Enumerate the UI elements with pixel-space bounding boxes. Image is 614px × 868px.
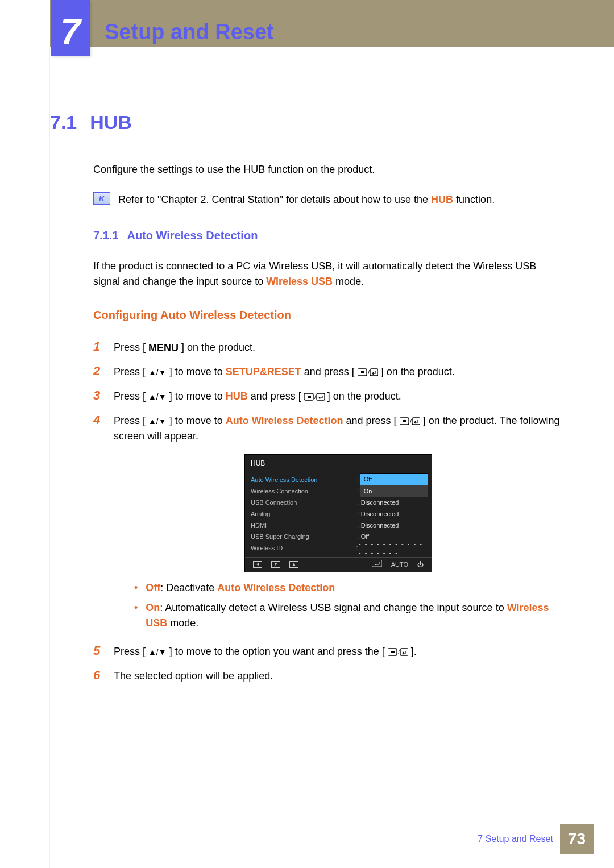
- step-body: Press [ ▲/▼ ] to move to HUB and press […: [114, 389, 563, 404]
- para-highlight: Wireless USB: [266, 276, 333, 287]
- note-text: Refer to "Chapter 2. Central Station" fo…: [118, 192, 495, 207]
- step2-mid1: ] to move to: [167, 366, 226, 377]
- bullet-label: On: [146, 602, 160, 613]
- up-down-icon: ▲/▼: [148, 368, 167, 376]
- note-pre: Refer to "Chapter 2. Central Station" fo…: [118, 194, 431, 205]
- step-number: 4: [93, 410, 103, 429]
- source-enter-icon: /: [358, 368, 378, 376]
- osd-footer-right: AUTO ⏻: [372, 560, 424, 570]
- down-arrow-icon: ▼: [271, 561, 280, 568]
- left-arrow-icon: ◄: [253, 561, 262, 568]
- menu-label: MENU: [148, 340, 179, 356]
- step-body: Press [ ▲/▼ ] to move to Auto Wireless D…: [114, 413, 563, 636]
- osd-label: HDMI: [251, 521, 267, 530]
- footer-chapter-label: 7 Setup and Reset: [478, 832, 553, 846]
- step4-mid2: and press [: [343, 415, 400, 426]
- header-band: [0, 0, 614, 47]
- step2-hl: SETUP&RESET: [226, 366, 301, 377]
- step4-mid1: ] to move to: [167, 415, 226, 426]
- step-number: 1: [93, 337, 103, 356]
- step3-mid1: ] to move to: [167, 391, 226, 402]
- svg-rect-16: [400, 649, 408, 655]
- note-row: K Refer to "Chapter 2. Central Station" …: [93, 192, 563, 207]
- source-enter-icon: /: [304, 393, 325, 401]
- osd-body: Auto Wireless Detection Wireless Connect…: [245, 472, 432, 557]
- step1-pre: Press [: [114, 342, 148, 353]
- osd-footer: ◄ ▼ ▲ AUTO ⏻: [245, 557, 432, 572]
- header-left-margin: [0, 0, 50, 47]
- svg-rect-3: [370, 369, 378, 376]
- footer-page-number: 73: [560, 824, 594, 854]
- up-down-icon: ▲/▼: [148, 417, 167, 425]
- chapter-number-badge: 7: [51, 0, 90, 56]
- osd-label: Analog: [251, 509, 270, 519]
- note-post: function.: [453, 194, 495, 205]
- subsection-heading: 7.1.1 Auto Wireless Detection: [93, 227, 563, 244]
- svg-rect-7: [317, 393, 325, 400]
- bullet-icon: •: [134, 583, 138, 593]
- osd-option-off: Off: [360, 474, 428, 485]
- step-body: The selected option will be applied.: [114, 668, 563, 684]
- step5-post: ].: [408, 646, 417, 657]
- bullet-post: mode.: [167, 617, 198, 629]
- para-post: mode.: [333, 276, 364, 287]
- bullet-sep: : Deactivate: [160, 582, 217, 593]
- bullet-hl: Auto Wireless Detection: [217, 582, 335, 593]
- left-margin-rule: [0, 47, 50, 868]
- step3-post: ] on the product.: [325, 391, 401, 402]
- step3-hl: HUB: [226, 391, 248, 402]
- osd-labels: Auto Wireless Detection Wireless Connect…: [245, 472, 350, 557]
- option-bullets: • Off: Deactivate Auto Wireless Detectio…: [134, 580, 563, 631]
- step-number: 2: [93, 362, 103, 380]
- step-number: 5: [93, 641, 103, 660]
- osd-values: Off On : : :Disconnected :Disconnected :…: [350, 472, 432, 557]
- osd-footer-left: ◄ ▼ ▲: [253, 561, 298, 568]
- chapter-number: 7: [60, 14, 81, 50]
- osd-value: Disconnected: [361, 509, 399, 519]
- step-2: 2 Press [ ▲/▼ ] to move to SETUP&RESET a…: [93, 362, 563, 380]
- bullet-text: Off: Deactivate Auto Wireless Detection: [146, 580, 335, 596]
- step2-mid2: and press [: [301, 366, 358, 377]
- svg-rect-14: [391, 651, 395, 653]
- step-6: 6 The selected option will be applied.: [93, 666, 563, 684]
- page-footer: 7 Setup and Reset 73: [478, 824, 594, 854]
- menu-icon: MENU: [148, 340, 179, 356]
- osd-label: Auto Wireless Detection: [251, 475, 317, 485]
- section-heading: 7.1 HUB: [50, 108, 563, 137]
- subsection-title: Auto Wireless Detection: [127, 229, 258, 242]
- svg-rect-12: [372, 560, 382, 567]
- note-icon: K: [93, 192, 110, 205]
- osd-label: USB Super Charging: [251, 532, 309, 542]
- osd-value: Disconnected: [361, 498, 399, 508]
- subsection-number: 7.1.1: [93, 229, 118, 242]
- osd-label: Wireless Connection: [251, 487, 308, 496]
- step-4: 4 Press [ ▲/▼ ] to move to Auto Wireless…: [93, 410, 563, 636]
- step-3: 3 Press [ ▲/▼ ] to move to HUB and press…: [93, 386, 563, 405]
- osd-value: Disconnected: [361, 521, 399, 530]
- osd-value: - - - - - - - - - - - - - - - - - -: [359, 539, 426, 558]
- osd-dropdown: Off On: [360, 473, 428, 497]
- note-highlight: HUB: [431, 194, 453, 205]
- bullet-icon: •: [134, 603, 138, 613]
- bullet-label: Off: [146, 582, 160, 593]
- osd-screenshot: HUB Auto Wireless Detection Wireless Con…: [244, 454, 432, 572]
- step-number: 3: [93, 386, 103, 405]
- osd-label: USB Connection: [251, 498, 297, 508]
- auto-label: AUTO: [391, 560, 408, 570]
- step2-post: ] on the product.: [378, 366, 455, 377]
- svg-rect-9: [403, 420, 406, 422]
- svg-rect-5: [308, 396, 311, 398]
- step1-post: ] on the product.: [179, 342, 255, 353]
- svg-rect-11: [412, 418, 420, 425]
- step4-pre: Press [: [114, 415, 148, 426]
- step-number: 6: [93, 666, 103, 684]
- step3-pre: Press [: [114, 391, 148, 402]
- chapter-title: Setup and Reset: [105, 16, 274, 48]
- step-body: Press [ MENU ] on the product.: [114, 340, 563, 356]
- power-icon: ⏻: [417, 560, 424, 570]
- bullet-sep: : Automatically detect a Wireless USB si…: [160, 602, 507, 613]
- step-body: Press [ ▲/▼ ] to move to the option you …: [114, 644, 563, 659]
- osd-option-on: On: [360, 485, 428, 497]
- step2-pre: Press [: [114, 366, 148, 377]
- bullet-text: On: Automatically detect a Wireless USB …: [146, 600, 563, 631]
